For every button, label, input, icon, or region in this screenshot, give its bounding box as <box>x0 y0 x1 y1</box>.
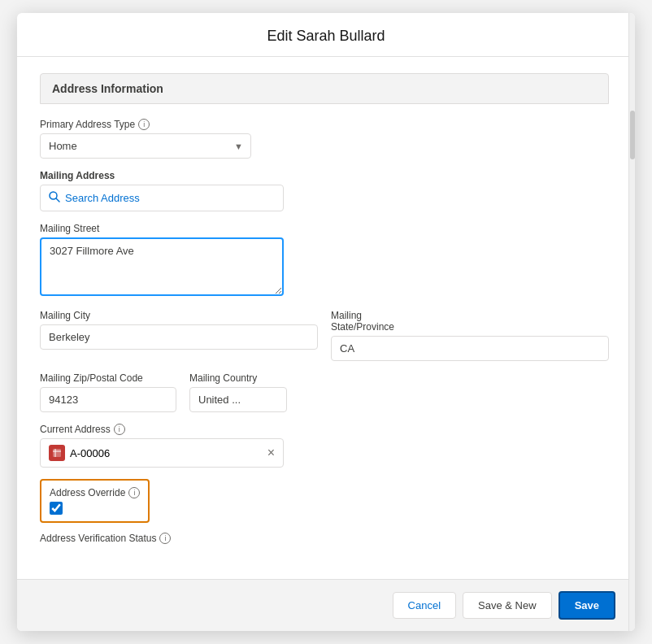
mailing-zip-label: Mailing Zip/Postal Code <box>40 372 176 384</box>
mailing-zip-group: Mailing Zip/Postal Code <box>40 372 176 412</box>
current-address-inner: A-00006 <box>49 445 110 461</box>
save-new-button[interactable]: Save & New <box>463 592 552 619</box>
address-verification-group: Address Verification Status i <box>40 533 609 544</box>
scrollbar-thumb <box>630 111 635 159</box>
current-address-label: Current Address i <box>40 424 609 435</box>
primary-address-type-info-icon: i <box>138 119 150 130</box>
mailing-address-label: Mailing Address <box>40 170 609 181</box>
address-override-label: Address Override i <box>50 487 140 498</box>
primary-address-type-select-wrapper: Home Work Other ▼ <box>40 133 251 159</box>
address-override-checkbox-wrapper <box>50 502 140 515</box>
mailing-state-group: MailingState/Province <box>331 310 609 361</box>
mailing-state-label: MailingState/Province <box>331 310 609 333</box>
mailing-zip-input[interactable] <box>40 387 176 412</box>
current-address-info-icon: i <box>114 424 125 435</box>
current-address-value: A-00006 <box>70 447 110 459</box>
search-address-field[interactable]: Search Address <box>40 185 284 211</box>
address-verification-label: Address Verification Status i <box>40 533 609 544</box>
save-button[interactable]: Save <box>559 591 615 620</box>
modal-footer: Cancel Save & New Save <box>17 579 635 631</box>
primary-address-type-select[interactable]: Home Work Other <box>40 133 251 159</box>
address-icon <box>49 445 65 461</box>
address-override-info-icon: i <box>128 487 140 498</box>
primary-address-type-label: Primary Address Type i <box>40 119 609 130</box>
modal-header: Edit Sarah Bullard <box>17 13 635 57</box>
mailing-address-group: Mailing Address Search Address <box>40 170 609 211</box>
edit-modal: Edit Sarah Bullard Address Information P… <box>17 13 635 631</box>
mailing-street-label: Mailing Street <box>40 223 609 234</box>
city-state-row: Mailing City MailingState/Province <box>40 310 609 361</box>
current-address-group: Current Address i A-00006 × <box>40 424 609 468</box>
section-header: Address Information <box>40 73 609 104</box>
address-override-box: Address Override i <box>40 479 150 523</box>
scrollbar-track[interactable] <box>628 13 635 631</box>
mailing-street-group: Mailing Street 3027 Fillmore Ave <box>40 223 609 298</box>
current-address-field: A-00006 × <box>40 438 284 468</box>
svg-line-1 <box>56 198 59 202</box>
svg-rect-2 <box>53 449 61 457</box>
address-override-checkbox[interactable] <box>50 502 63 515</box>
primary-address-type-group: Primary Address Type i Home Work Other ▼ <box>40 119 609 159</box>
modal-title: Edit Sarah Bullard <box>37 28 615 45</box>
mailing-country-input[interactable] <box>189 387 287 412</box>
mailing-state-input[interactable] <box>331 336 609 361</box>
mailing-country-label: Mailing Country <box>189 372 287 384</box>
cancel-button[interactable]: Cancel <box>393 592 456 619</box>
modal-body: Address Information Primary Address Type… <box>17 57 635 579</box>
address-verification-info-icon: i <box>159 533 171 544</box>
mailing-country-group: Mailing Country <box>189 372 287 412</box>
search-icon <box>49 191 60 205</box>
mailing-city-label: Mailing City <box>40 310 318 321</box>
zip-country-row: Mailing Zip/Postal Code Mailing Country <box>40 372 609 412</box>
mailing-city-input[interactable] <box>40 324 318 350</box>
clear-current-address-button[interactable]: × <box>267 446 275 459</box>
mailing-city-group: Mailing City <box>40 310 318 361</box>
search-address-text: Search Address <box>65 192 140 204</box>
mailing-street-input[interactable]: 3027 Fillmore Ave <box>40 237 284 296</box>
